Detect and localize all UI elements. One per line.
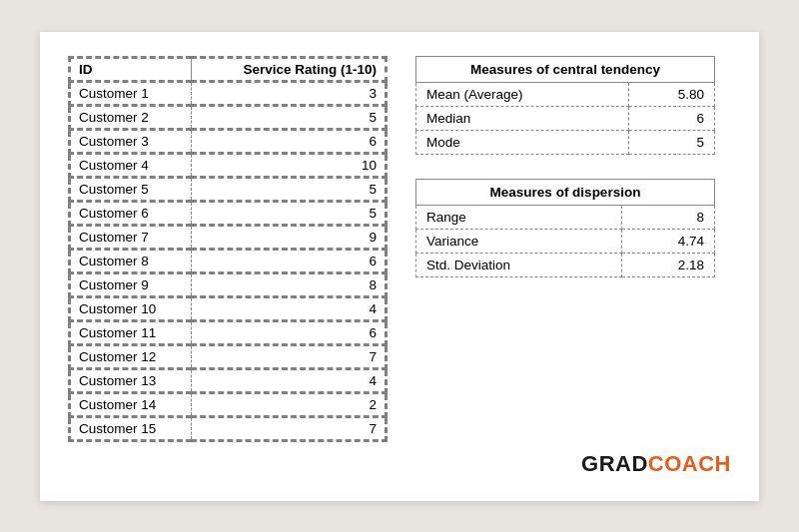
customer-id: Customer 1	[70, 81, 192, 105]
customer-id: Customer 15	[70, 416, 192, 440]
customer-rating: 2	[192, 392, 387, 416]
stat-label: Mode	[416, 130, 629, 154]
customer-rating: 5	[192, 105, 387, 129]
stat-label: Median	[416, 106, 629, 130]
main-card: ID Service Rating (1-10) Customer 1 3 Cu…	[40, 32, 759, 501]
customer-rating: 8	[192, 272, 387, 296]
stat-value: 4.74	[622, 229, 715, 253]
stats-row: Range 8	[416, 205, 715, 229]
customer-id: Customer 7	[70, 225, 192, 249]
table-row: Customer 4 10	[70, 153, 387, 177]
customer-rating: 5	[192, 177, 387, 201]
table-row: Customer 12 7	[70, 344, 387, 368]
stat-value: 6	[629, 106, 715, 130]
customer-id: Customer 11	[70, 320, 192, 344]
stat-value: 5	[629, 130, 715, 154]
stat-label: Variance	[416, 229, 622, 253]
central-tendency-title: Measures of central tendency	[416, 56, 715, 82]
table-row: Customer 10 4	[70, 296, 387, 320]
customer-id: Customer 6	[70, 201, 192, 225]
table-row: Customer 11 6	[70, 320, 387, 344]
customer-rating: 7	[192, 416, 387, 440]
stat-value: 8	[622, 205, 715, 229]
customer-id: Customer 2	[70, 105, 192, 129]
customer-id: Customer 3	[70, 129, 192, 153]
customer-table: ID Service Rating (1-10) Customer 1 3 Cu…	[68, 56, 388, 442]
table-row: Customer 9 8	[70, 272, 387, 296]
table-row: Customer 7 9	[70, 225, 387, 249]
brand-logo: GRADCOACH	[415, 439, 731, 477]
right-panel: Measures of central tendency Mean (Avera…	[415, 56, 731, 477]
customer-rating: 4	[192, 296, 387, 320]
stats-row: Mode 5	[416, 130, 715, 154]
table-row: Customer 15 7	[70, 416, 387, 440]
customer-id: Customer 5	[70, 177, 192, 201]
col-header-rating: Service Rating (1-10)	[192, 57, 387, 81]
customer-id: Customer 9	[70, 272, 192, 296]
customer-id: Customer 4	[70, 153, 192, 177]
customer-id: Customer 8	[70, 249, 192, 272]
customer-id: Customer 10	[70, 296, 192, 320]
table-row: Customer 8 6	[70, 249, 387, 272]
stat-label: Std. Deviation	[416, 253, 622, 276]
left-panel: ID Service Rating (1-10) Customer 1 3 Cu…	[68, 56, 388, 477]
customer-rating: 4	[192, 368, 387, 392]
stats-row: Median 6	[416, 106, 715, 130]
table-row: Customer 13 4	[70, 368, 387, 392]
customer-rating: 7	[192, 344, 387, 368]
table-row: Customer 2 5	[70, 105, 387, 129]
customer-id: Customer 14	[70, 392, 192, 416]
table-row: Customer 3 6	[70, 129, 387, 153]
customer-rating: 6	[192, 129, 387, 153]
stat-label: Mean (Average)	[416, 82, 629, 106]
brand-grad: GRAD	[581, 451, 648, 476]
brand-coach: COACH	[648, 451, 731, 476]
table-row: Customer 6 5	[70, 201, 387, 225]
stats-row: Mean (Average) 5.80	[416, 82, 715, 106]
dispersion-title: Measures of dispersion	[416, 179, 715, 205]
table-row: Customer 1 3	[70, 81, 387, 105]
customer-id: Customer 12	[70, 344, 192, 368]
customer-rating: 6	[192, 249, 387, 272]
stat-value: 5.80	[629, 82, 715, 106]
customer-rating: 5	[192, 201, 387, 225]
dispersion-table: Measures of dispersion Range 8 Variance …	[415, 179, 715, 277]
central-tendency-table: Measures of central tendency Mean (Avera…	[415, 56, 715, 155]
stats-row: Std. Deviation 2.18	[416, 253, 715, 276]
col-header-id: ID	[70, 57, 192, 81]
stat-label: Range	[416, 205, 622, 229]
customer-rating: 9	[192, 225, 387, 249]
customer-id: Customer 13	[70, 368, 192, 392]
stat-value: 2.18	[622, 253, 715, 276]
customer-rating: 6	[192, 320, 387, 344]
customer-rating: 3	[192, 81, 387, 105]
table-row: Customer 5 5	[70, 177, 387, 201]
stats-row: Variance 4.74	[416, 229, 715, 253]
customer-rating: 10	[192, 153, 387, 177]
table-row: Customer 14 2	[70, 392, 387, 416]
